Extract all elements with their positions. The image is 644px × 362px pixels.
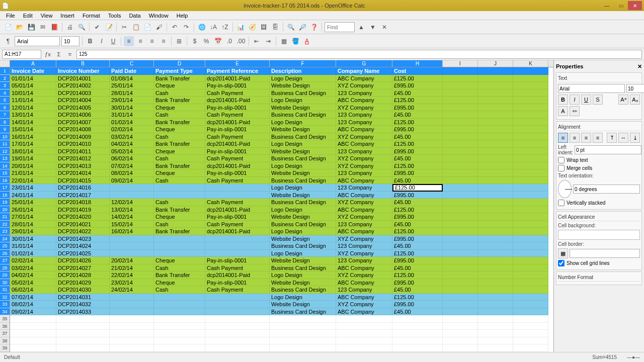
cell[interactable]: £995.00 [392, 104, 443, 112]
cell[interactable]: XYZ Company [336, 82, 392, 89]
cell[interactable] [110, 330, 154, 337]
cell[interactable]: DCP2014010 [56, 140, 110, 148]
cell[interactable] [392, 352, 443, 352]
sb-italic-icon[interactable]: I [570, 95, 580, 105]
cell[interactable] [443, 301, 478, 308]
cell[interactable] [443, 140, 478, 148]
cell[interactable] [478, 257, 513, 264]
spreadsheet-grid[interactable]: ABCDEFGHIJK 1Invoice DateInvoice NumberP… [0, 60, 553, 352]
underline-icon[interactable]: U [108, 36, 118, 46]
cell[interactable] [110, 294, 154, 301]
open-icon[interactable]: 📂 [15, 22, 25, 32]
cell[interactable]: XYZ Company [336, 155, 392, 162]
cell[interactable]: £995.00 [392, 169, 443, 177]
row-header[interactable]: 7 [0, 111, 10, 119]
font-size-input[interactable] [61, 36, 79, 46]
cell[interactable] [270, 330, 336, 337]
cell[interactable]: 123 Company [336, 89, 392, 97]
cell[interactable] [478, 315, 513, 323]
row-header[interactable]: 23 [0, 228, 10, 235]
cell[interactable] [110, 352, 154, 352]
cell[interactable] [478, 67, 513, 75]
row-header[interactable]: 20 [0, 206, 10, 214]
cell[interactable] [443, 148, 478, 155]
cell[interactable]: 123 Company [336, 111, 392, 119]
cell[interactable]: 123 Company [336, 221, 392, 228]
cell[interactable]: 25/01/14 [110, 82, 154, 89]
row-header[interactable]: 31 [0, 286, 10, 294]
cell[interactable] [513, 286, 548, 294]
cell[interactable] [443, 169, 478, 177]
cell[interactable]: 03/02/14 [10, 264, 56, 272]
cell[interactable] [154, 330, 205, 337]
cell[interactable]: Cash [154, 177, 205, 185]
row-header[interactable]: 22 [0, 221, 10, 228]
cell[interactable] [56, 315, 110, 323]
cell[interactable]: £45.00 [392, 111, 443, 119]
cell[interactable] [443, 330, 478, 337]
cell[interactable] [513, 206, 548, 214]
col-header-I[interactable]: I [443, 60, 478, 67]
row-header[interactable]: 39 [0, 344, 10, 352]
merge-checkbox[interactable] [558, 165, 565, 171]
cell[interactable]: £125.00 [392, 97, 443, 104]
cell[interactable]: 24/02/14 [110, 286, 154, 294]
cell[interactable] [513, 301, 548, 308]
cell[interactable] [443, 104, 478, 112]
cell[interactable]: Business Card Design [270, 286, 336, 294]
cell[interactable] [513, 228, 548, 235]
cell[interactable] [478, 264, 513, 272]
cell[interactable] [513, 242, 548, 250]
cell[interactable] [205, 315, 270, 323]
cell[interactable] [478, 199, 513, 206]
row-header[interactable]: 24 [0, 235, 10, 243]
cell[interactable]: 123 Company [336, 169, 392, 177]
cell[interactable]: XYZ Company [336, 199, 392, 206]
row-header[interactable]: 13 [0, 155, 10, 162]
function-wizard-icon[interactable]: ƒx [43, 50, 52, 59]
fontcolor-icon[interactable]: A [302, 36, 312, 46]
navigator-icon[interactable]: 🧭 [247, 22, 257, 32]
cell[interactable]: Pay-in-slip-0001 [205, 82, 270, 89]
row-header[interactable]: 3 [0, 82, 10, 89]
cell[interactable] [478, 162, 513, 170]
cell[interactable] [478, 213, 513, 221]
formula-input[interactable] [76, 50, 642, 59]
italic-icon[interactable]: I [97, 36, 107, 46]
cell[interactable] [443, 315, 478, 323]
sb-align-left-icon[interactable]: ≡ [558, 133, 568, 143]
cell[interactable]: Payment Type [154, 67, 205, 75]
cell[interactable]: £45.00 [392, 286, 443, 294]
cell[interactable]: Company Name [336, 67, 392, 75]
cell[interactable]: 13/02/14 [110, 206, 154, 214]
cell[interactable] [478, 294, 513, 301]
cell[interactable]: 08/02/14 [110, 169, 154, 177]
cell[interactable]: £45.00 [392, 242, 443, 250]
cell[interactable]: XYZ Company [336, 213, 392, 221]
cell[interactable] [478, 221, 513, 228]
cell[interactable]: 09/02/14 [110, 177, 154, 185]
cell[interactable]: 05/02/14 [110, 148, 154, 155]
cell[interactable]: Logo Design [270, 119, 336, 126]
cell[interactable] [443, 97, 478, 104]
cell[interactable] [10, 344, 56, 352]
redo-icon[interactable]: ↷ [181, 22, 191, 32]
cell[interactable]: XYZ Company [336, 133, 392, 141]
cell[interactable]: Website Design [270, 213, 336, 221]
cell[interactable]: Website Design [270, 235, 336, 243]
cell[interactable] [513, 97, 548, 104]
cell[interactable]: 07/02/14 [110, 162, 154, 170]
cell[interactable] [443, 264, 478, 272]
cell[interactable] [478, 352, 513, 352]
cell[interactable] [110, 344, 154, 352]
row-header[interactable]: 1 [0, 67, 10, 75]
cell[interactable] [478, 308, 513, 316]
cell[interactable]: 27/01/14 [10, 213, 56, 221]
cell[interactable]: 23/01/14 [10, 184, 56, 192]
cell[interactable] [478, 82, 513, 89]
cell[interactable] [478, 206, 513, 214]
cell[interactable] [513, 344, 548, 352]
row-header[interactable]: 40 [0, 352, 10, 352]
row-header[interactable]: 32 [0, 294, 10, 301]
col-header-H[interactable]: H [392, 60, 443, 67]
